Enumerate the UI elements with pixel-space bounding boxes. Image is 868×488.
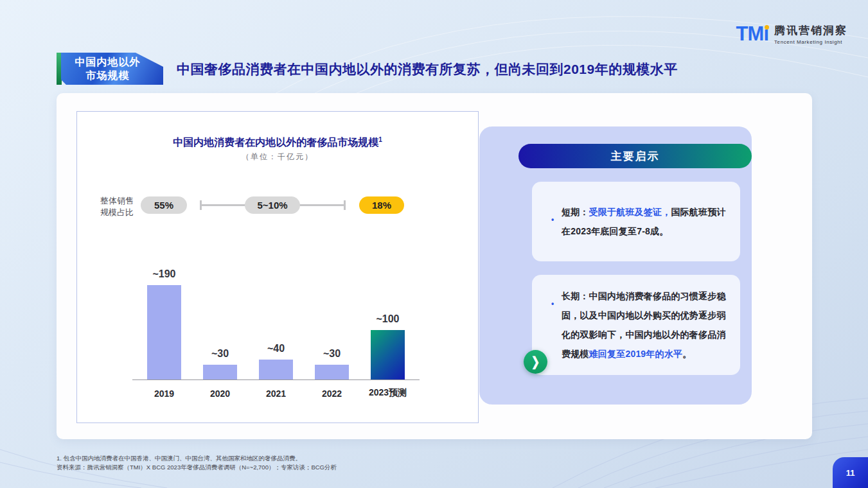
insight-segment-highlight: 受限于航班及签证， — [589, 207, 671, 217]
bar-slot-2019: ~1902019 — [137, 268, 191, 379]
badge-line2: 市场规模 — [86, 69, 130, 82]
bar-slot-2020: ~302020 — [193, 348, 247, 379]
bar-value-label: ~30 — [323, 348, 341, 360]
tmi-logo-dot-icon — [765, 25, 769, 30]
badge-label: 中国内地以外 市场规模 — [61, 53, 163, 85]
overall-share-label-line2: 规模占比 — [100, 207, 134, 218]
tmi-logo: TMı 腾讯营销洞察 Tencent Marketing Insight — [736, 23, 847, 45]
content-card: 中国内地消费者在内地以外的奢侈品市场规模1 （单位：千亿元） 整体销售 规模占比… — [57, 93, 812, 439]
page-title: 中国奢侈品消费者在中国内地以外的消费有所复苏，但尚未回到2019年的规模水平 — [177, 60, 819, 78]
chart-card: 中国内地消费者在内地以外的奢侈品市场规模1 （单位：千亿元） 整体销售 规模占比… — [76, 111, 479, 423]
bullet-icon: • — [551, 210, 554, 229]
bar-value-label: ~30 — [211, 348, 229, 360]
insight-segment: 短期： — [562, 207, 589, 217]
bar-value-label: ~100 — [376, 313, 399, 325]
insight-text-long-term: • 长期：中国内地消费奢侈品的习惯逐步稳固，以及中国内地以外购买的优势逐步弱化的… — [532, 286, 740, 363]
bar-2019 — [147, 285, 181, 379]
section-badge: 中国内地以外 市场规模 — [57, 53, 163, 85]
chart-title-footnote-marker: 1 — [378, 136, 382, 143]
chart-subtitle: （单位：千亿元） — [77, 152, 478, 162]
share-pill-2019: 55% — [141, 196, 187, 214]
bullet-icon: • — [551, 294, 554, 313]
share-pill-2020-2022: 5~10% — [245, 196, 300, 214]
bar-slot-2021: ~402021 — [249, 343, 303, 379]
footnote-source: 资料来源：腾讯营销洞察（TMI）X BCG 2023年奢侈品消费者调研（N=~2… — [57, 463, 337, 472]
key-insights-panel: 主要启示 • 短期：受限于航班及签证，国际航班预计在2023年底回复至7-8成。… — [479, 126, 752, 405]
key-insights-header: 主要启示 — [518, 144, 752, 168]
badge-line1: 中国内地以外 — [75, 55, 141, 69]
overall-share-label: 整体销售 规模占比 — [100, 195, 134, 218]
bar-2020 — [203, 365, 237, 379]
bar-slot-2022: ~302022 — [305, 348, 359, 379]
page-number-tab: 11 — [833, 457, 868, 488]
next-arrow-button[interactable]: ❯ — [524, 350, 547, 374]
tmi-logo-tm: TM — [736, 22, 764, 45]
badge-green-accent — [57, 53, 62, 85]
share-pill-2023-forecast: 18% — [359, 196, 404, 214]
chart-title-text: 中国内地消费者在内地以外的奢侈品市场规模 — [173, 137, 378, 148]
footnote: 1. 包含中国内地消费者在中国香港、中国澳门、中国台湾、其他国家和地区的奢侈品消… — [57, 454, 337, 472]
chart-title: 中国内地消费者在内地以外的奢侈品市场规模1 — [77, 136, 478, 150]
tmi-logo-text: 腾讯营销洞察 Tencent Marketing Insight — [774, 23, 847, 45]
bar-value-label: ~40 — [267, 343, 285, 354]
insight-text-short-term: • 短期：受限于航班及签证，国际航班预计在2023年底回复至7-8成。 — [532, 202, 740, 241]
insight-segment-highlight: 难回复至2019年的水平 — [589, 349, 683, 359]
bar-chart: ~1902019~302020~402021~302022~1002023预测 — [132, 220, 420, 380]
tmi-logo-cn: 腾讯营销洞察 — [774, 23, 847, 38]
bar-category-label: 2023预测 — [350, 387, 427, 399]
insight-card-long-term: • 长期：中国内地消费奢侈品的习惯逐步稳固，以及中国内地以外购买的优势逐步弱化的… — [532, 275, 740, 375]
overall-share-label-line1: 整体销售 — [100, 195, 134, 207]
footnote-line1: 1. 包含中国内地消费者在中国香港、中国澳门、中国台湾、其他国家和地区的奢侈品消… — [57, 454, 337, 463]
insight-card-short-term: • 短期：受限于航班及签证，国际航班预计在2023年底回复至7-8成。 — [532, 182, 740, 261]
bar-2023预测 — [371, 330, 405, 379]
insight-segment: 。 — [682, 349, 691, 359]
slide: 中国内地以外 市场规模 中国奢侈品消费者在中国内地以外的消费有所复苏，但尚未回到… — [0, 0, 868, 488]
tmi-logo-mark: TMı — [736, 23, 768, 45]
chevron-right-icon: ❯ — [531, 356, 540, 369]
bar-2022 — [315, 365, 349, 379]
bar-slot-2023预测: ~1002023预测 — [361, 313, 414, 379]
bar-2021 — [259, 360, 293, 379]
tmi-logo-en: Tencent Marketing Insight — [774, 39, 847, 45]
page-number: 11 — [846, 468, 855, 478]
bar-value-label: ~190 — [152, 268, 175, 280]
